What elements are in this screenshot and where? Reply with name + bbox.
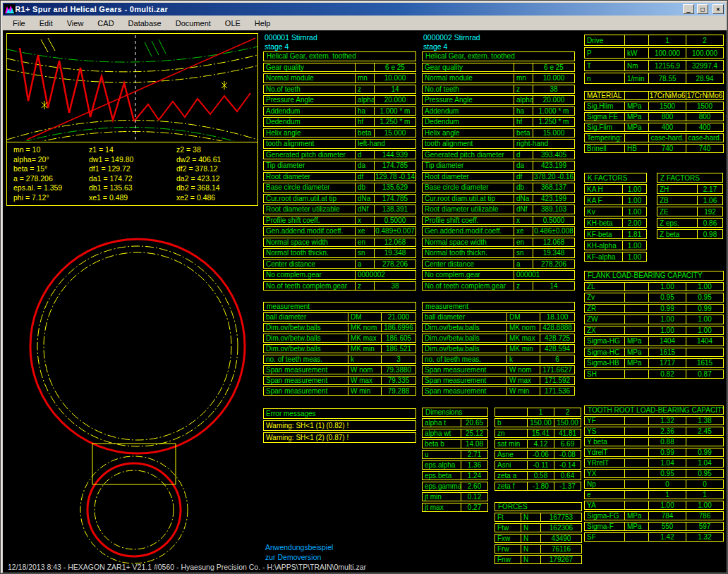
title-bar[interactable]: ZAR1+ Spur and Helical Gears - 0multi.za… — [3, 3, 725, 16]
table-cell: 76116 — [540, 545, 581, 553]
menu-item[interactable]: View — [60, 17, 91, 30]
table-cell: Dim.ov/betw.balls — [423, 345, 506, 353]
table-cell: KH-beta — [585, 219, 622, 227]
table-row: YRrelT1.041.04 — [584, 458, 724, 468]
param-line: eps.al. = 1.359 — [13, 183, 89, 193]
table-cell: d — [514, 151, 533, 159]
wheel-root-circle — [44, 252, 231, 440]
menu-item[interactable]: CAD — [90, 17, 121, 30]
table-row: Generated pitch diameterd393.405 — [422, 150, 575, 160]
table-cell: 428.8888 — [540, 324, 574, 331]
table-cell: 135.629 — [374, 183, 415, 192]
table-cell: en — [514, 238, 533, 247]
table-cell: 2.00 — [622, 219, 646, 227]
table-row: eps.beta1.24 — [422, 471, 488, 480]
table-cell: MK min — [348, 345, 381, 353]
table-cell: db — [514, 183, 533, 192]
table-cell: 19.348 — [533, 249, 574, 257]
table-row: Z eps.0.86 — [657, 218, 723, 228]
wheel-tip-circle — [30, 239, 245, 453]
table-cell: 1717 — [648, 359, 686, 367]
table-row: YA1.001.00 — [584, 501, 724, 510]
table-cell: 1 — [648, 491, 686, 499]
table-cell: Sigma-FG — [585, 512, 624, 520]
table-cell: MPa — [624, 523, 648, 530]
table-cell: 19.348 — [374, 249, 415, 257]
window-title: ZAR1+ Spur and Helical Gears - 0multi.za… — [4, 5, 680, 13]
table-cell: a — [355, 260, 374, 269]
menu-item[interactable]: Document — [169, 17, 218, 30]
table-cell: 0000002 — [355, 271, 415, 279]
table-cell: 400 — [648, 123, 686, 131]
close-button[interactable]: × — [712, 4, 724, 14]
drive-table: Drive12PkW100.000100.000TNm12156.932997.… — [584, 35, 724, 85]
table-cell: MPa — [624, 102, 648, 110]
table-cell: 3 — [381, 355, 415, 363]
menu-item[interactable]: File — [6, 17, 32, 30]
table-cell: 28.94 — [686, 73, 723, 83]
table-cell: 186.521 — [381, 345, 415, 353]
table-cell: case-hard. — [686, 134, 723, 142]
menu-item[interactable]: Edit — [32, 17, 60, 30]
table-cell: 17CrNiMo6 — [686, 92, 723, 99]
table-cell: Error messages — [264, 409, 415, 418]
table-row: sat min4.126.69 — [495, 439, 581, 448]
table-cell: 278.206 — [374, 260, 415, 269]
table-cell: DM — [348, 313, 381, 321]
table-row: e11 — [584, 490, 724, 499]
table-row: Addendumha1.000 * m — [263, 106, 416, 116]
table-cell: 1.250 * m — [533, 118, 574, 126]
table-cell: YF — [585, 417, 624, 425]
table-cell: W max — [348, 377, 381, 384]
app-icon — [4, 4, 16, 14]
table-cell: zn — [495, 429, 527, 437]
table-cell: 6 e 25 — [533, 63, 574, 72]
table-cell: 1 — [648, 35, 686, 45]
table-row: No complem.gear000001 — [422, 270, 575, 280]
table-cell: HB — [624, 145, 648, 152]
table-cell: 20.000 — [374, 96, 415, 104]
table-cell: 12.068 — [533, 238, 574, 247]
table-row: Span measurementW min79.288 — [263, 386, 416, 396]
table-row: Generated pitch diameterd144.939 — [263, 150, 416, 160]
table-cell: zeta f — [495, 482, 527, 490]
table-cell: x — [514, 216, 533, 225]
table-row: jt min0.12 — [422, 492, 488, 501]
table-cell: eps.alpha — [423, 461, 461, 469]
menu-item[interactable]: OLE — [218, 17, 248, 30]
table-row: Sig.HlimMPa15001500 — [584, 102, 724, 111]
upper-pitch-arc — [7, 55, 257, 72]
table-cell: 1.00 — [622, 207, 646, 216]
table-cell: Helical Gear, extern. toothed — [423, 52, 574, 61]
table-row: KA H1.00 — [584, 184, 647, 194]
app-window: ZAR1+ Spur and Helical Gears - 0multi.za… — [0, 0, 728, 574]
table-cell: 138.391 — [374, 205, 415, 214]
maximize-button[interactable]: □ — [697, 4, 708, 14]
table-cell: YA — [585, 501, 624, 509]
table-cell: 1615 — [686, 359, 723, 367]
table-row: Sigma-HBMPa17171615 — [584, 358, 724, 368]
table-cell: Dimensions — [423, 408, 487, 416]
table-row: Dim.ov/betw.ballsMK nom428.8888 — [422, 323, 575, 332]
table-cell: 1.00 — [648, 501, 686, 509]
measurement1-table: measurementball diameterDM21.000Dim.ov/b… — [263, 302, 416, 397]
table-cell: 1500 — [648, 102, 686, 110]
table-cell: eps.beta — [423, 472, 461, 480]
table-cell: 0.486±0.008 — [533, 227, 574, 236]
table-cell: 784 — [648, 512, 686, 520]
table-cell: KF-alpha — [585, 252, 622, 261]
minimize-button[interactable]: _ — [683, 4, 694, 14]
table-row: FnwN179267 — [495, 555, 582, 564]
table-row: ball diameterDM21.000 — [263, 312, 416, 322]
menu-item[interactable]: Help — [248, 17, 278, 30]
table-cell: 0.95 — [648, 293, 686, 302]
table-cell: 192 — [697, 207, 722, 216]
table-cell — [686, 348, 723, 357]
table-row: No complem.gear0000002 — [263, 270, 416, 280]
param-line: dw1 = 149.80 — [89, 155, 176, 165]
table-row: measurement — [422, 302, 575, 311]
table-cell: 1.00 — [648, 315, 686, 324]
table-cell: 12156.9 — [648, 61, 686, 71]
table-cell: 0.64 — [554, 472, 581, 480]
menu-item[interactable]: Database — [121, 17, 169, 30]
